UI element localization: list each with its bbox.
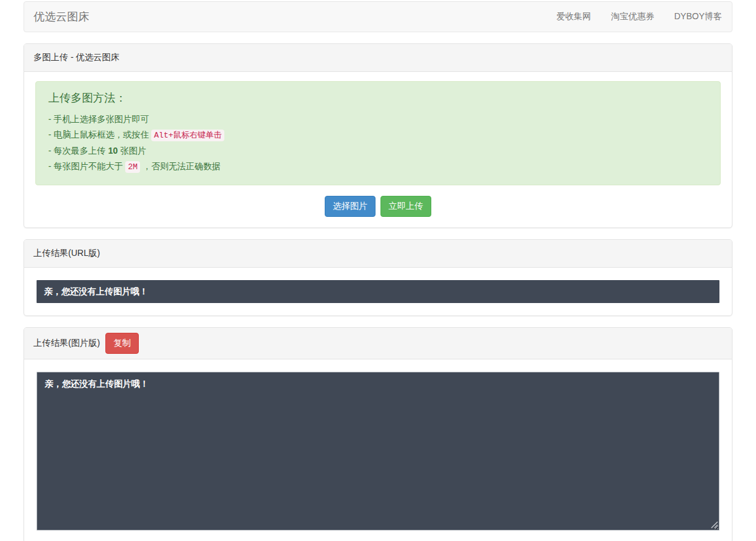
nav-link-taobao-coupon[interactable]: 淘宝优惠券 [601, 2, 664, 32]
url-result-box[interactable]: 亲，您还没有上传图片哦！ [37, 280, 719, 303]
nav-link-dyboy-blog[interactable]: DYBOY博客 [664, 2, 732, 32]
upload-now-button[interactable]: 立即上传 [380, 196, 431, 217]
image-result-panel-heading: 上传结果(图片版) 复制 [24, 328, 732, 359]
url-result-panel-title: 上传结果(URL版) [24, 240, 732, 268]
navbar-links: 爱收集网 淘宝优惠券 DYBOY博客 [547, 2, 732, 32]
alert-line-4-text: - 每张图片不能大于 [48, 161, 125, 171]
alert-line-2: - 电脑上鼠标框选，或按住 Alt+鼠标右键单击 [48, 127, 708, 143]
max-count-value: 10 [108, 146, 118, 156]
upload-panel-body: 上传多图方法： - 手机上选择多张图片即可 - 电脑上鼠标框选，或按住 Alt+… [24, 72, 732, 227]
alert-title: 上传多图方法： [48, 90, 708, 105]
url-result-panel: 上传结果(URL版) 亲，您还没有上传图片哦！ [24, 239, 732, 316]
page-container: 优选云图床 爱收集网 淘宝优惠券 DYBOY博客 多图上传 - 优选云图床 上传… [24, 1, 732, 541]
alert-line-3-suffix: 张图片 [118, 146, 146, 156]
upload-actions: 选择图片 立即上传 [35, 196, 721, 217]
alert-line-4-suffix: ，否则无法正确数据 [140, 161, 221, 171]
alert-line-4: - 每张图片不能大于 2M ，否则无法正确数据 [48, 159, 708, 175]
url-result-panel-body: 亲，您还没有上传图片哦！ [24, 268, 732, 315]
max-size-code: 2M [125, 161, 140, 173]
image-result-panel-title: 上传结果(图片版) [33, 338, 100, 349]
image-result-panel: 上传结果(图片版) 复制 亲，您还没有上传图片哦！ [24, 327, 732, 541]
alert-line-3: - 每次最多上传 10 张图片 [48, 143, 708, 159]
image-result-textarea[interactable]: 亲，您还没有上传图片哦！ [37, 372, 719, 530]
alert-line-2-text: - 电脑上鼠标框选，或按住 [48, 130, 151, 139]
brand-link[interactable]: 优选云图床 [24, 9, 99, 24]
alt-right-click-code: Alt+鼠标右键单击 [151, 130, 224, 141]
image-result-panel-body: 亲，您还没有上传图片哦！ [24, 359, 732, 541]
upload-instructions-alert: 上传多图方法： - 手机上选择多张图片即可 - 电脑上鼠标框选，或按住 Alt+… [35, 81, 721, 185]
alert-line-3-text: - 每次最多上传 [48, 146, 108, 156]
choose-images-button[interactable]: 选择图片 [325, 196, 376, 217]
navbar: 优选云图床 爱收集网 淘宝优惠券 DYBOY博客 [24, 1, 732, 32]
upload-panel: 多图上传 - 优选云图床 上传多图方法： - 手机上选择多张图片即可 - 电脑上… [24, 43, 732, 228]
image-result-textarea-wrap: 亲，您还没有上传图片哦！ [37, 372, 719, 530]
alert-line-1: - 手机上选择多张图片即可 [48, 112, 708, 127]
nav-link-aishouji[interactable]: 爱收集网 [547, 2, 601, 32]
copy-button[interactable]: 复制 [105, 333, 139, 354]
upload-panel-title: 多图上传 - 优选云图床 [24, 44, 732, 72]
